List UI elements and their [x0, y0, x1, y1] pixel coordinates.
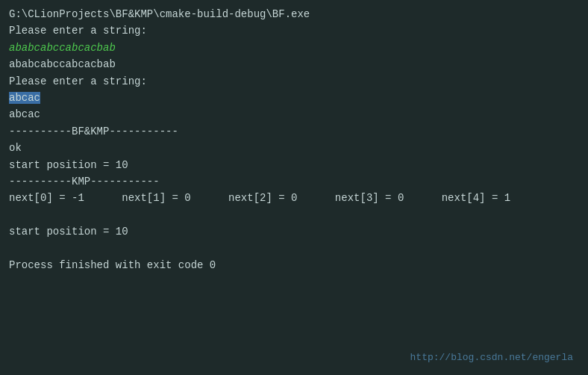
highlighted-input: abcac — [9, 92, 40, 104]
prompt1-line: Please enter a string: — [9, 22, 579, 39]
ok-line: ok — [9, 140, 579, 156]
input2-line: abcac — [9, 90, 579, 106]
process-line: Process finished with exit code 0 — [9, 257, 579, 273]
input1-line: ababcabccabcacbab — [9, 40, 579, 56]
terminal-window: G:\CLionProjects\BF&KMP\cmake-build-debu… — [0, 0, 588, 375]
echo1-line: ababcabccabcacbab — [9, 56, 579, 72]
divider2-line: ----------KMP----------- — [9, 173, 579, 190]
divider1-line: ----------BF&KMP----------- — [9, 123, 579, 140]
watermark: http://blog.csdn.net/engerla — [410, 352, 573, 363]
prompt2-line: Please enter a string: — [9, 73, 579, 90]
next-line: next[0] = -1 next[1] = 0 next[2] = 0 nex… — [9, 190, 579, 206]
empty-line-2 — [9, 240, 579, 256]
title-line: G:\CLionProjects\BF&KMP\cmake-build-debu… — [9, 6, 579, 22]
empty-line-1 — [9, 207, 579, 223]
echo2-line: abcac — [9, 106, 579, 123]
start1-line: start position = 10 — [9, 157, 579, 173]
start2-line: start position = 10 — [9, 223, 579, 240]
